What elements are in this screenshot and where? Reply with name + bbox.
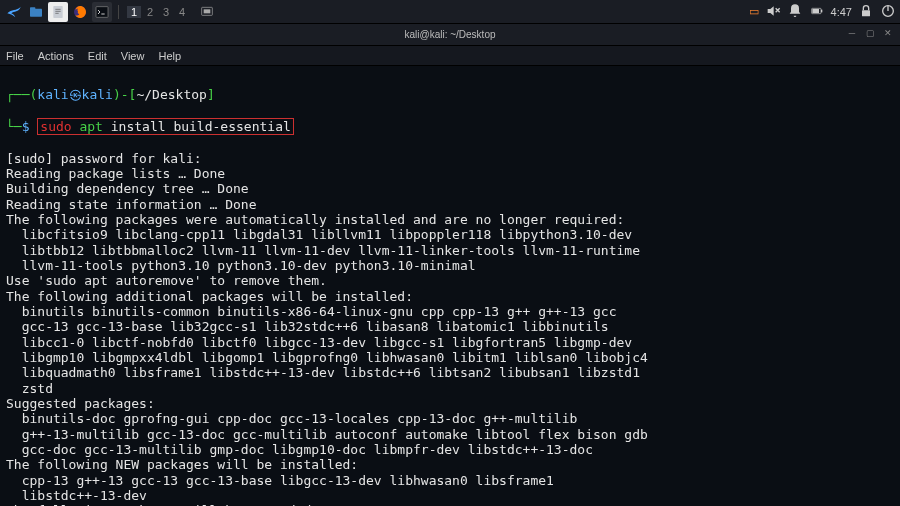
lock-icon[interactable] (858, 3, 874, 21)
window-title: kali@kali: ~/Desktop (404, 29, 495, 40)
menu-file[interactable]: File (6, 50, 24, 62)
terminal-line: Building dependency tree … Done (6, 181, 894, 196)
svg-rect-9 (812, 9, 819, 13)
terminal-line: [sudo] password for kali: (6, 151, 894, 166)
menu-view[interactable]: View (121, 50, 145, 62)
terminal-line: gcc-13 gcc-13-base lib32gcc-s1 lib32stdc… (6, 319, 894, 334)
terminal-line: binutils-doc gprofng-gui cpp-doc gcc-13-… (6, 411, 894, 426)
terminal-output[interactable]: ┌──(kali㉿kali)-[~/Desktop] └─$ sudo apt … (0, 66, 900, 506)
workspace-1[interactable]: 1 (127, 6, 141, 18)
close-button[interactable]: ✕ (882, 27, 894, 39)
notifications-icon[interactable] (787, 3, 803, 21)
terminal-line: cpp-13 g++-13 gcc-13 gcc-13-base libgcc-… (6, 473, 894, 488)
terminal-line: The following additional packages will b… (6, 289, 894, 304)
update-icon[interactable]: ▭ (749, 5, 759, 18)
prompt-line-2: └─$ sudo apt install build-essential (6, 118, 894, 135)
svg-rect-8 (821, 9, 822, 12)
files-icon[interactable] (26, 2, 46, 22)
minimize-button[interactable]: ─ (846, 27, 858, 39)
terminal-line: Suggested packages: (6, 396, 894, 411)
svg-rect-4 (96, 6, 108, 17)
battery-icon[interactable] (809, 3, 825, 21)
menu-edit[interactable]: Edit (88, 50, 107, 62)
terminal-line: Reading state information … Done (6, 197, 894, 212)
workspace-2[interactable]: 2 (143, 6, 157, 18)
maximize-button[interactable]: ▢ (864, 27, 876, 39)
terminal-taskbar-icon[interactable] (92, 2, 112, 22)
menu-help[interactable]: Help (158, 50, 181, 62)
terminal-stdout: [sudo] password for kali:Reading package… (6, 151, 894, 506)
terminal-line: The following packages were automaticall… (6, 212, 894, 227)
show-desktop-icon[interactable] (197, 2, 217, 22)
terminal-line: zstd (6, 381, 894, 396)
menu-actions[interactable]: Actions (38, 50, 74, 62)
terminal-line: libcfitsio9 libclang-cpp11 libgdal31 lib… (6, 227, 894, 242)
svg-rect-10 (862, 10, 870, 16)
menubar: File Actions Edit View Help (0, 46, 900, 66)
terminal-line: binutils binutils-common binutils-x86-64… (6, 304, 894, 319)
terminal-line: g++-13-multilib gcc-13-doc gcc-multilib … (6, 427, 894, 442)
terminal-line: llvm-11-tools python3.10 python3.10-dev … (6, 258, 894, 273)
terminal-line: libgmp10 libgmpxx4ldbl libgomp1 libgprof… (6, 350, 894, 365)
terminal-line: libstdc++-13-dev (6, 488, 894, 503)
firefox-icon[interactable] (70, 2, 90, 22)
prompt-line-1: ┌──(kali㉿kali)-[~/Desktop] (6, 87, 894, 102)
terminal-line: Reading package lists … Done (6, 166, 894, 181)
terminal-line: Use 'sudo apt autoremove' to remove them… (6, 273, 894, 288)
audio-muted-icon[interactable] (765, 3, 781, 21)
highlighted-command: sudo apt install build-essential (37, 118, 293, 135)
terminal-line: libquadmath0 libsframe1 libstdc++-13-dev… (6, 365, 894, 380)
system-tray: ▭ 4:47 (749, 3, 896, 21)
workspace-3[interactable]: 3 (159, 6, 173, 18)
taskbar-separator (118, 5, 119, 19)
clock[interactable]: 4:47 (831, 6, 852, 18)
terminal-line: libtbb12 libtbbmalloc2 llvm-11 llvm-11-d… (6, 243, 894, 258)
text-editor-icon[interactable] (48, 2, 68, 22)
workspace-switcher[interactable]: 1 2 3 4 (127, 6, 189, 18)
taskbar: 1 2 3 4 ▭ 4:47 (0, 0, 900, 24)
svg-rect-1 (30, 7, 35, 10)
terminal-line: libcc1-0 libctf-nobfd0 libctf0 libgcc-13… (6, 335, 894, 350)
workspace-4[interactable]: 4 (175, 6, 189, 18)
terminal-line: The following NEW packages will be insta… (6, 457, 894, 472)
window-titlebar[interactable]: kali@kali: ~/Desktop ─ ▢ ✕ (0, 24, 900, 46)
kali-menu-icon[interactable] (4, 2, 24, 22)
svg-rect-2 (53, 6, 62, 18)
svg-rect-6 (204, 9, 211, 13)
power-icon[interactable] (880, 3, 896, 21)
terminal-line: gcc-doc gcc-13-multilib gmp-doc libgmp10… (6, 442, 894, 457)
